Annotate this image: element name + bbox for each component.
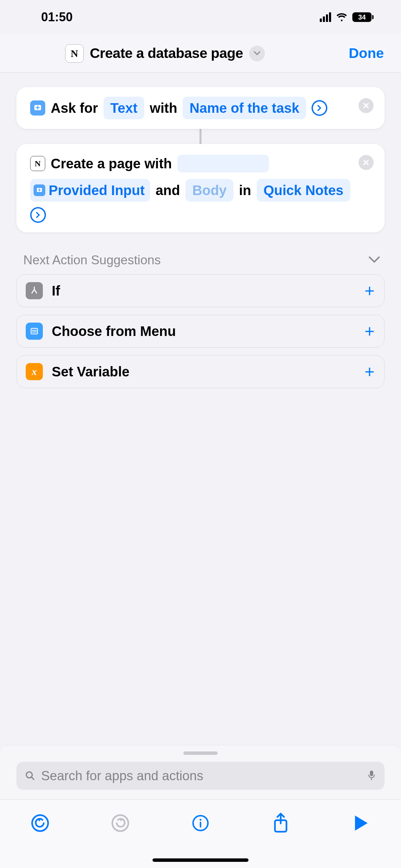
svg-point-8: [199, 819, 201, 821]
redo-button[interactable]: [109, 811, 132, 835]
empty-param-token[interactable]: [177, 155, 269, 172]
search-field[interactable]: [16, 762, 385, 790]
provided-input-token[interactable]: Provided Input: [30, 179, 150, 202]
action-create-page[interactable]: N Create a page with Provided Input and …: [16, 144, 385, 232]
in-text: in: [239, 180, 251, 200]
ask-input-icon: [30, 100, 45, 116]
header: N Create a database page Done: [0, 34, 401, 73]
remove-action-button[interactable]: [359, 98, 374, 113]
notion-icon: N: [30, 156, 45, 171]
drawer-grabber[interactable]: [183, 751, 218, 755]
suggestion-label: If: [52, 283, 60, 299]
remove-action-button[interactable]: [359, 155, 374, 170]
bottom-toolbar: [0, 799, 401, 868]
battery-indicator: 34: [352, 12, 374, 22]
svg-point-5: [32, 815, 48, 831]
status-bar: 01:50 34: [0, 0, 401, 34]
ask-prefix: Ask for: [51, 98, 98, 118]
branch-icon: [26, 282, 43, 299]
add-suggestion-button[interactable]: +: [365, 321, 375, 341]
share-button[interactable]: [269, 811, 292, 835]
suggestion-label: Choose from Menu: [52, 324, 176, 339]
notion-icon: N: [65, 44, 84, 63]
home-indicator: [153, 858, 248, 862]
connector: [199, 128, 202, 145]
title-menu-button[interactable]: [249, 46, 265, 61]
menu-icon: [26, 323, 43, 340]
variable-icon: x: [26, 363, 43, 380]
suggestion-set-variable[interactable]: x Set Variable +: [16, 355, 385, 388]
status-time: 01:50: [41, 10, 73, 24]
destination-token[interactable]: Quick Notes: [257, 179, 350, 202]
and-text: and: [156, 180, 180, 200]
wifi-icon: [336, 13, 348, 22]
search-input[interactable]: [41, 769, 361, 783]
create-prefix: Create a page with: [51, 154, 172, 173]
suggestion-if[interactable]: If +: [16, 274, 385, 307]
suggestion-choose-menu[interactable]: Choose from Menu +: [16, 315, 385, 348]
ask-middle: with: [150, 98, 177, 118]
svg-point-6: [112, 815, 129, 831]
action-ask-for-input[interactable]: Ask for Text with Name of the task: [16, 87, 385, 129]
svg-rect-4: [370, 771, 373, 776]
undo-button[interactable]: [28, 811, 52, 835]
suggestion-label: Set Variable: [52, 364, 130, 379]
suggestions-title: Next Action Suggestions: [23, 253, 161, 267]
signal-bars-icon: [320, 12, 331, 22]
run-button[interactable]: [349, 811, 373, 835]
mic-icon[interactable]: [367, 770, 376, 782]
add-suggestion-button[interactable]: +: [365, 281, 375, 301]
info-button[interactable]: [189, 811, 212, 835]
expand-action-button[interactable]: [312, 100, 327, 116]
input-type-token[interactable]: Text: [104, 97, 144, 119]
page-title: Create a database page: [90, 45, 243, 61]
body-token[interactable]: Body: [185, 179, 233, 202]
collapse-suggestions-button[interactable]: [368, 256, 380, 265]
svg-rect-2: [31, 328, 38, 334]
prompt-token[interactable]: Name of the task: [183, 97, 306, 119]
done-button[interactable]: Done: [349, 45, 384, 61]
search-icon: [25, 770, 36, 781]
add-suggestion-button[interactable]: +: [365, 362, 375, 382]
search-drawer[interactable]: [0, 745, 401, 799]
expand-action-button[interactable]: [30, 207, 46, 223]
